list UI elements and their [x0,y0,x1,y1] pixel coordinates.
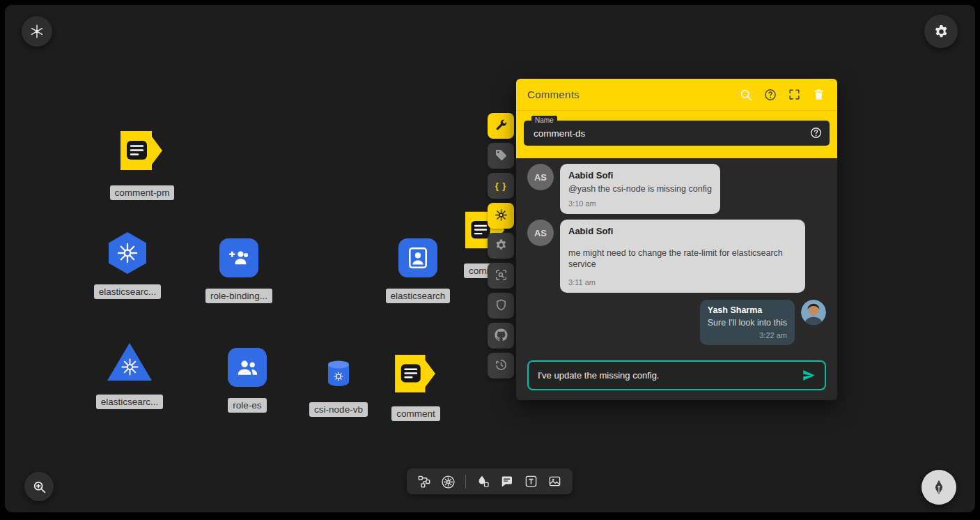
message-composer [527,360,826,390]
settings-gear-icon [933,24,949,40]
storage-cylinder-icon[interactable] [326,360,351,390]
wrench-tool-button[interactable] [488,113,514,139]
node-comment-pm[interactable]: comment-pm [102,131,182,200]
comments-panel-header[interactable]: Comments [516,79,837,110]
toolbar-divider [465,475,466,489]
comments-panel: Comments Name AS Aabid Sofi @yash the cs… [516,79,837,400]
chat-bubble: Yash Sharma Sure I'll look into this 3:2… [700,300,795,345]
design-canvas[interactable]: comment-pm elasticsearc... role-binding.… [5,5,975,512]
node-elasticsearch-hexagon[interactable]: elasticsearc... [87,232,168,299]
app-logo-icon [29,24,45,39]
kubernetes-hexagon-icon[interactable] [109,232,146,274]
panel-title: Comments [527,89,729,100]
search-icon[interactable] [739,88,753,102]
app-logo-button[interactable] [22,16,52,47]
avatar: AS [527,164,554,190]
message-time: 3:11 am [568,278,797,286]
zoom-in-icon [32,480,47,494]
message-author: Aabid Sofi [568,170,712,181]
settings-button[interactable] [924,15,958,48]
node-elasticsearch-service-account[interactable]: elasticsearch [378,238,458,303]
braces-tool-button[interactable]: { } [488,173,514,199]
help-icon[interactable] [763,88,777,102]
node-label[interactable]: comment-pm [110,185,175,200]
github-tool-button[interactable] [488,323,514,349]
gear-icon [495,238,508,254]
text-icon[interactable] [524,475,538,489]
braces-icon: { } [495,181,507,191]
message-time: 3:10 am [568,199,712,208]
chat-message-row: Yash Sharma Sure I'll look into this 3:2… [516,300,837,345]
service-account-icon[interactable] [398,238,437,277]
chat-area: AS Aabid Sofi @yash the csi-node is miss… [516,158,837,400]
shapes-icon[interactable] [476,475,490,489]
comment-node-icon[interactable] [120,131,164,173]
node-role-es[interactable]: role-es [212,348,282,413]
name-input[interactable] [524,121,830,146]
message-author: Yash Sharma [708,305,787,315]
history-tool-button[interactable] [488,353,514,378]
shield-tool-button[interactable] [488,293,514,319]
scan-icon [495,268,508,284]
message-input[interactable] [529,362,825,389]
node-label[interactable]: elasticsearc... [96,395,164,409]
comment-node-icon[interactable] [395,355,437,395]
chat-message-row: AS Aabid Sofi @yash the csi-node is miss… [516,164,837,214]
node-role-binding[interactable]: role-binding... [199,238,279,303]
comment-icon[interactable] [500,475,514,489]
wrench-icon [495,118,508,134]
send-icon[interactable] [802,368,816,383]
kubernetes-triangle-icon[interactable] [107,343,152,381]
node-label[interactable]: elasticsearch [386,289,451,303]
kubernetes-tool-button[interactable] [488,203,514,229]
github-icon [495,328,508,344]
role-icon[interactable] [228,348,267,387]
scan-tool-button[interactable] [488,263,514,289]
tag-icon [495,148,508,164]
node-label[interactable]: role-binding... [205,289,272,303]
flowchart-icon[interactable] [417,475,431,489]
message-time: 3:22 am [708,331,787,339]
tag-tool-button[interactable] [488,143,514,169]
field-help-icon[interactable] [809,126,823,139]
node-label[interactable]: elasticsearc... [94,284,162,299]
canvas-toolbar [407,468,573,494]
message-text: Sure I'll look into this [708,317,787,328]
pen-tool-button[interactable] [921,470,956,505]
node-label[interactable]: csi-node-vb [309,402,368,417]
chat-message-row: AS Aabid Sofi me might need to change th… [516,220,837,293]
kubernetes-icon [495,208,508,224]
chat-bubble: Aabid Sofi me might need to change the r… [560,220,805,293]
avatar: AS [527,220,554,246]
kubernetes-circle-icon[interactable] [441,475,455,489]
node-label[interactable]: comment [391,406,440,421]
name-section: Name [516,110,837,158]
node-label[interactable]: role-es [228,398,266,413]
node-elasticsearch-triangle[interactable]: elasticsearc... [89,343,170,409]
trash-icon[interactable] [812,88,826,102]
expand-icon[interactable] [788,88,802,102]
pen-nib-icon [931,479,947,496]
shield-icon [495,298,508,314]
role-binding-icon[interactable] [219,238,258,277]
gear-tool-button[interactable] [488,233,514,259]
avatar-photo [801,300,826,325]
message-text: me might need to change the rate-limit f… [568,247,797,270]
message-author: Aabid Sofi [568,226,797,236]
zoom-button[interactable] [24,472,54,501]
message-text: @yash the csi-node is missing config [568,183,712,194]
history-icon [495,358,508,374]
node-action-toolbar: { } [488,113,514,378]
chat-bubble: Aabid Sofi @yash the csi-node is missing… [560,164,720,214]
image-icon[interactable] [548,475,562,489]
node-csi-node-vb[interactable]: csi-node-vb [304,360,373,417]
name-field: Name [524,121,830,146]
node-comment[interactable]: comment [381,355,451,421]
